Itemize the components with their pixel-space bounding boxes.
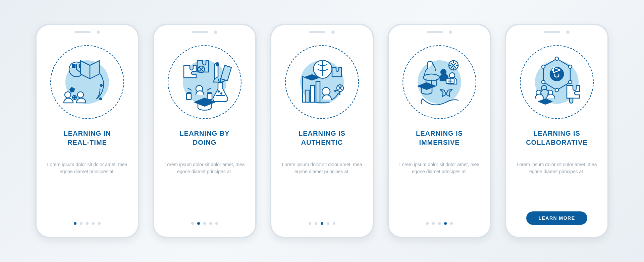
speaker-slit [544, 31, 560, 33]
illustration-container [50, 45, 124, 119]
pagination-dots [309, 222, 335, 225]
illustration-container [168, 45, 241, 119]
page-dot[interactable] [444, 222, 447, 225]
svg-rect-13 [186, 93, 191, 100]
pagination-dots [426, 222, 453, 225]
page-dot[interactable] [327, 222, 329, 225]
onboarding-screen-2: LEARNING BY DOING Lorem ipsum dolor sit … [153, 24, 257, 238]
page-dot[interactable] [333, 222, 335, 225]
svg-point-28 [555, 88, 558, 92]
speaker-slit [192, 31, 208, 33]
phone-notch [427, 30, 452, 34]
onboarding-screen-5: LEARNING IS COLLABORATIVE Lorem ipsum do… [505, 24, 609, 238]
learn-more-button[interactable]: LEARN MORE [526, 211, 587, 225]
camera-dot [97, 30, 100, 34]
camera-dot [566, 30, 570, 34]
svg-point-25 [555, 57, 558, 60]
svg-rect-15 [305, 90, 309, 102]
svg-point-27 [569, 80, 572, 84]
screen-description: Lorem ipsum dolor sit dolor amet, mea eg… [47, 161, 128, 183]
speaker-slit [74, 31, 91, 33]
svg-point-30 [542, 65, 545, 68]
page-dot[interactable] [92, 222, 95, 225]
svg-point-10 [218, 91, 219, 92]
page-dot[interactable] [215, 222, 218, 225]
page-dot[interactable] [191, 222, 194, 225]
page-dot[interactable] [209, 222, 212, 225]
screen-title: LEARNING IN REAL-TIME [64, 129, 111, 147]
page-dot[interactable] [86, 222, 89, 225]
svg-point-3 [100, 84, 102, 86]
speaker-slit [427, 31, 443, 33]
screen-description: Lorem ipsum dolor sit dolor amet, mea eg… [516, 161, 597, 183]
page-dot[interactable] [309, 222, 311, 225]
svg-point-6 [77, 92, 84, 98]
page-dot[interactable] [438, 222, 441, 225]
realtime-icon [50, 45, 124, 119]
phone-notch [544, 30, 570, 34]
illustration-container [402, 45, 476, 119]
svg-rect-17 [316, 81, 320, 102]
screen-description: Lorem ipsum dolor sit dolor amet, mea eg… [399, 161, 480, 183]
screen-title: LEARNING BY DOING [180, 129, 230, 147]
screen-title: LEARNING IS AUTHENTIC [299, 129, 345, 147]
collaborative-icon [520, 45, 594, 119]
screen-title: LEARNING IS IMMERSIVE [416, 129, 463, 147]
authentic-icon [285, 45, 359, 119]
immersive-icon [402, 45, 476, 119]
camera-dot [331, 30, 335, 34]
screen-title: LEARNING IS COLLABORATIVE [526, 129, 588, 147]
illustration-container [285, 45, 359, 119]
page-dot[interactable] [450, 222, 453, 225]
svg-point-9 [216, 63, 219, 66]
svg-point-4 [100, 98, 102, 100]
camera-dot [449, 30, 452, 34]
svg-point-11 [221, 93, 222, 94]
page-dot[interactable] [74, 222, 76, 225]
illustration-container [520, 45, 594, 119]
onboarding-screen-1: LEARNING IN REAL-TIME Lorem ipsum dolor … [35, 24, 139, 238]
phone-notch [192, 30, 217, 34]
page-dot[interactable] [426, 222, 429, 225]
svg-point-18 [322, 87, 330, 95]
svg-rect-14 [207, 93, 212, 100]
page-dot[interactable] [432, 222, 435, 225]
svg-point-26 [569, 65, 572, 68]
camera-dot [214, 30, 217, 34]
phone-notch [309, 30, 335, 34]
svg-point-29 [542, 80, 545, 84]
page-dot[interactable] [80, 222, 83, 225]
svg-point-5 [65, 92, 71, 98]
onboarding-screen-4: LEARNING IS IMMERSIVE Lorem ipsum dolor … [387, 24, 491, 238]
page-dot[interactable] [203, 222, 206, 225]
pagination-dots [74, 222, 101, 225]
page-dot[interactable] [98, 222, 101, 225]
screen-description: Lorem ipsum dolor sit dolor amet, mea eg… [281, 161, 363, 183]
pagination-dots [191, 222, 218, 225]
screen-description: Lorem ipsum dolor sit dolor amet, mea eg… [164, 161, 245, 183]
page-dot[interactable] [321, 222, 323, 225]
page-dot[interactable] [315, 222, 317, 225]
doing-icon [168, 45, 241, 119]
speaker-slit [309, 31, 325, 33]
svg-rect-1 [72, 65, 75, 67]
page-dot[interactable] [197, 222, 200, 225]
svg-rect-16 [311, 85, 315, 102]
onboarding-screen-3: LEARNING IS AUTHENTIC Lorem ipsum dolor … [270, 24, 374, 238]
phone-notch [74, 30, 100, 34]
